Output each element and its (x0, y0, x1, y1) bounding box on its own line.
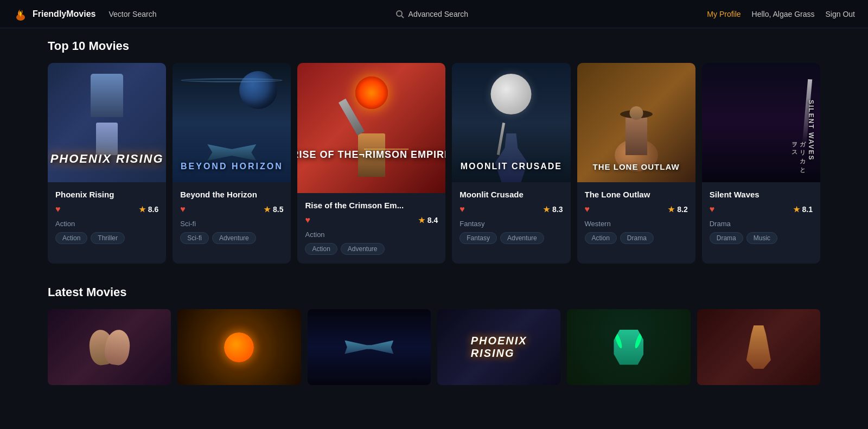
genre-tags-moonlit-crusade: Fantasy Adventure (459, 232, 563, 244)
main-content: Top 10 Movies Phoenix Rising ♥ ★ 8.6 (0, 28, 868, 396)
heart-icon-phoenix-rising[interactable]: ♥ (55, 204, 61, 214)
latest-overlay-romance (48, 309, 171, 385)
rating-value-silent-waves: 8.1 (802, 205, 813, 214)
genre-tags-lone-outlaw: Action Drama (585, 232, 688, 244)
star-icon-crimson-empire: ★ (418, 216, 425, 225)
movie-card-moonlit-crusade[interactable]: Moonlit Crusade ♥ ★ 8.3 Fantasy Fantasy … (452, 63, 570, 264)
movie-info-crimson-empire: Rise of the Crimson Em... ♥ ★ 8.4 Action… (297, 193, 445, 264)
advanced-search-label: Advanced Search (409, 10, 469, 18)
latest-card-action[interactable]: PHOENIXRISING (437, 309, 560, 385)
movie-poster-silent-waves: ガリカとヲス (702, 63, 820, 182)
latest-movies-section: Latest Movies (48, 285, 820, 385)
latest-overlay-action: PHOENIXRISING (437, 309, 560, 385)
heart-icon-lone-outlaw[interactable]: ♥ (585, 204, 590, 214)
movie-card-beyond-horizon[interactable]: Beyond the Horizon ♥ ★ 8.5 Sci-fi Sci-fi… (173, 63, 291, 264)
latest-overlay-creature (567, 309, 690, 385)
genre-tag-adventure2: Adventure (341, 243, 385, 255)
genre-main-silent-waves: Drama (710, 220, 813, 228)
latest-card-creature[interactable] (567, 309, 690, 385)
latest-overlay-warrior (697, 309, 820, 385)
logo-icon (13, 7, 28, 22)
star-icon-silent-waves: ★ (793, 205, 800, 214)
genre-tag-action3: Action (585, 232, 617, 244)
movie-card-silent-waves[interactable]: ガリカとヲス Silent Waves ♥ ★ 8.1 Drama Drama (702, 63, 820, 264)
latest-movies-title: Latest Movies (48, 285, 820, 299)
genre-tag-action2: Action (305, 243, 337, 255)
movie-meta-crimson-empire: ♥ ★ 8.4 (305, 215, 438, 225)
rating-value-phoenix-rising: 8.6 (148, 205, 158, 214)
rating-silent-waves: ★ 8.1 (793, 205, 813, 214)
genre-tag-fantasy: Fantasy (459, 232, 497, 244)
genre-tag-action: Action (55, 232, 87, 244)
genre-tag-drama2: Drama (710, 232, 743, 244)
movie-card-phoenix-rising[interactable]: Phoenix Rising ♥ ★ 8.6 Action Action Thr… (48, 63, 166, 264)
genre-tag-music: Music (746, 232, 777, 244)
nav-right: My Profile Hello, Algae Grass Sign Out (707, 10, 855, 18)
star-icon-moonlit-crusade: ★ (543, 205, 550, 214)
movie-title-lone-outlaw: The Lone Outlaw (585, 190, 688, 199)
svg-line-2 (401, 16, 404, 18)
rating-moonlit-crusade: ★ 8.3 (543, 205, 563, 214)
heart-icon-moonlit-crusade[interactable]: ♥ (459, 204, 465, 214)
sign-out-button[interactable]: Sign Out (826, 10, 855, 18)
my-profile-link[interactable]: My Profile (707, 10, 741, 18)
nav-center: Advanced Search (156, 10, 707, 18)
rating-value-beyond-horizon: 8.5 (273, 205, 283, 214)
genre-main-phoenix-rising: Action (55, 220, 158, 228)
movie-meta-silent-waves: ♥ ★ 8.1 (710, 204, 813, 214)
nav-brand[interactable]: FriendlyMovies (13, 7, 95, 22)
latest-card-mystic[interactable] (177, 309, 301, 385)
movie-info-phoenix-rising: Phoenix Rising ♥ ★ 8.6 Action Action Thr… (48, 182, 166, 253)
latest-overlay-mystic (177, 309, 301, 385)
brand-name: FriendlyMovies (33, 9, 95, 19)
movie-poster-beyond-horizon (173, 63, 291, 182)
latest-card-warrior[interactable] (697, 309, 820, 385)
movie-card-lone-outlaw[interactable]: The Lone Outlaw ♥ ★ 8.2 Western Action D… (577, 63, 695, 264)
top-movies-title: Top 10 Movies (48, 39, 820, 53)
genre-main-moonlit-crusade: Fantasy (459, 220, 563, 228)
movie-meta-lone-outlaw: ♥ ★ 8.2 (585, 204, 688, 214)
heart-icon-beyond-horizon[interactable]: ♥ (180, 204, 186, 214)
genre-tag-adventure3: Adventure (500, 232, 544, 244)
genre-tag-drama: Drama (620, 232, 654, 244)
movie-poster-moonlit-crusade (452, 63, 570, 182)
heart-icon-crimson-empire[interactable]: ♥ (305, 215, 310, 225)
movie-title-phoenix-rising: Phoenix Rising (55, 190, 158, 199)
genre-tags-crimson-empire: Action Adventure (305, 243, 438, 255)
top-movies-section: Top 10 Movies Phoenix Rising ♥ ★ 8.6 (48, 39, 820, 264)
genre-tag-scifi: Sci-fi (180, 232, 209, 244)
movie-poster-lone-outlaw (577, 63, 695, 182)
genre-tags-beyond-horizon: Sci-fi Adventure (180, 232, 283, 244)
movie-title-moonlit-crusade: Moonlit Crusade (459, 190, 563, 199)
movie-info-beyond-horizon: Beyond the Horizon ♥ ★ 8.5 Sci-fi Sci-fi… (173, 182, 291, 253)
movie-info-lone-outlaw: The Lone Outlaw ♥ ★ 8.2 Western Action D… (577, 182, 695, 253)
advanced-search-button[interactable]: Advanced Search (395, 10, 469, 18)
movie-title-beyond-horizon: Beyond the Horizon (180, 190, 283, 199)
movie-meta-moonlit-crusade: ♥ ★ 8.3 (459, 204, 563, 214)
vector-search-link[interactable]: Vector Search (108, 10, 156, 18)
movie-title-silent-waves: Silent Waves (710, 190, 813, 199)
movie-poster-crimson-empire (297, 63, 445, 193)
genre-tags-phoenix-rising: Action Thriller (55, 232, 158, 244)
movie-card-crimson-empire[interactable]: Rise of the Crimson Em... ♥ ★ 8.4 Action… (297, 63, 445, 264)
movie-poster-phoenix-rising (48, 63, 166, 182)
rating-value-moonlit-crusade: 8.3 (552, 205, 563, 214)
movie-info-moonlit-crusade: Moonlit Crusade ♥ ★ 8.3 Fantasy Fantasy … (452, 182, 570, 253)
latest-overlay-space (308, 309, 431, 385)
navbar: FriendlyMovies Vector Search Advanced Se… (0, 0, 868, 28)
latest-card-space[interactable] (308, 309, 431, 385)
star-icon-phoenix-rising: ★ (139, 205, 146, 214)
rating-phoenix-rising: ★ 8.6 (139, 205, 158, 214)
rating-beyond-horizon: ★ 8.5 (264, 205, 283, 214)
rating-value-crimson-empire: 8.4 (427, 216, 438, 225)
hello-text: Hello, Algae Grass (752, 10, 815, 18)
movie-meta-phoenix-rising: ♥ ★ 8.6 (55, 204, 158, 214)
latest-card-romance[interactable] (48, 309, 171, 385)
svg-point-1 (397, 11, 402, 16)
rating-value-lone-outlaw: 8.2 (677, 205, 687, 214)
genre-tags-silent-waves: Drama Music (710, 232, 813, 244)
heart-icon-silent-waves[interactable]: ♥ (710, 204, 715, 214)
latest-movies-row: PHOENIXRISING (48, 309, 820, 385)
genre-main-beyond-horizon: Sci-fi (180, 220, 283, 228)
movie-title-crimson-empire: Rise of the Crimson Em... (305, 201, 438, 210)
